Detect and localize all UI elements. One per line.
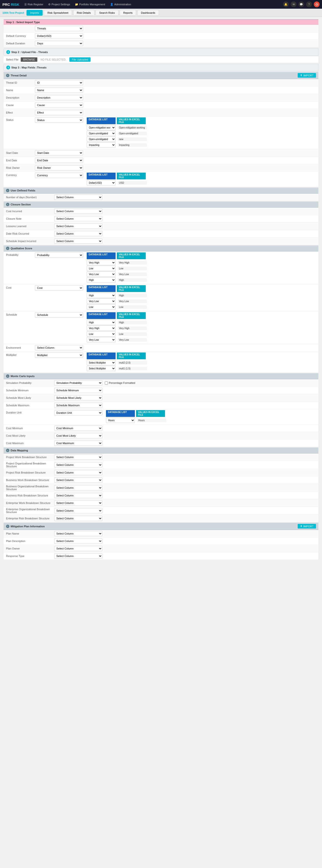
sched-db-select-1[interactable]: High: [87, 320, 116, 325]
sched-max-select[interactable]: Schedule Maximum: [54, 403, 102, 408]
ent-wbs-select[interactable]: Select Column: [54, 500, 102, 506]
end-date-select[interactable]: End Date: [35, 158, 83, 163]
biz-obs-select[interactable]: Select Column: [54, 485, 102, 490]
import-type-select[interactable]: Threats: [35, 26, 83, 31]
tab-risk-spreadsheet[interactable]: Risk Spreadsheet: [44, 10, 72, 16]
plan-owner-select[interactable]: Select Column: [54, 546, 102, 551]
duration-db-mapping: DATABASE LIST VALUES IN EXCEL FILE Hours…: [106, 410, 166, 424]
nav-risk-register[interactable]: ☰ Risk Register: [24, 3, 43, 6]
cost-db-select-3[interactable]: Low: [87, 304, 116, 310]
qualitative-circle: i: [6, 247, 9, 250]
currency-field-select[interactable]: Currency: [35, 173, 83, 178]
probability-db-mapping: DATABASE LIST VALUES IN EXCEL FILE Very …: [87, 252, 147, 283]
probability-select[interactable]: Probability: [35, 252, 83, 258]
sched-db-select-2[interactable]: Very High: [87, 326, 116, 331]
currency-select[interactable]: Dollar(USD): [35, 33, 83, 38]
biz-obs-label: Business Organizational Breakdown Struct…: [6, 485, 54, 491]
lessons-select[interactable]: Select Column: [54, 223, 102, 229]
biz-rbs-select[interactable]: Select Column: [54, 493, 102, 498]
mult-db-select-2[interactable]: Select Multiplier: [87, 366, 116, 371]
power-btn[interactable]: ⏻: [314, 1, 320, 7]
tab-dashboards[interactable]: Dashboards: [137, 10, 159, 16]
mail-btn[interactable]: ✉: [291, 1, 296, 7]
cost-db-select-2[interactable]: Very Low: [87, 299, 116, 304]
cost-max-select[interactable]: Cost Maximum: [54, 440, 102, 446]
description-label: Description: [6, 96, 35, 99]
nav-project-settings[interactable]: ⚙ Project Settings: [48, 3, 70, 6]
sched-max-label: Schedule Maximum: [6, 404, 54, 407]
mitigation-import-button[interactable]: ⬆ IMPORT: [298, 524, 316, 528]
browse-button[interactable]: BROWSE: [21, 57, 37, 62]
cost-min-select[interactable]: Cost Minimum: [54, 426, 102, 431]
biz-rbs-label: Business Risk Breakdown Structure: [6, 494, 54, 497]
file-uploaded-button[interactable]: File Uploaded: [69, 57, 91, 62]
tab-reports[interactable]: Reports: [120, 10, 136, 16]
ent-obs-select[interactable]: Select Column: [54, 508, 102, 513]
logo-risk: RISK: [11, 2, 20, 6]
proj-obs-select[interactable]: Select Column: [54, 462, 102, 467]
tab-search-risks[interactable]: Search Risks: [96, 10, 118, 16]
duration-select[interactable]: Days: [35, 41, 83, 46]
sched-db-select-3[interactable]: Low: [87, 331, 116, 337]
user-defined-circle: i: [6, 189, 9, 192]
description-select[interactable]: Description: [35, 95, 83, 100]
sched-min-select[interactable]: Schedule Minimum: [54, 388, 102, 393]
days-select[interactable]: Select Column: [54, 194, 102, 200]
prob-db-select-4[interactable]: High: [87, 277, 116, 283]
threat-id-select[interactable]: ID: [35, 80, 83, 85]
status-val-3: new: [118, 137, 147, 141]
prob-db-list-header: DATABASE LIST: [87, 252, 116, 259]
closure-note-select[interactable]: Select Column: [54, 216, 102, 221]
schedule-impact-select[interactable]: Select Column: [54, 239, 102, 244]
import-button[interactable]: ⬆ IMPORT: [298, 73, 316, 78]
cost-val-3: Low: [118, 305, 147, 309]
cost-likely-select[interactable]: Cost Most Likely: [54, 433, 102, 438]
status-select[interactable]: Status: [35, 117, 83, 123]
prob-db-select-2[interactable]: Low: [87, 266, 116, 271]
schedule-select[interactable]: Schedule: [35, 312, 83, 317]
multiplier-select[interactable]: Multiplier: [35, 352, 83, 358]
status-db-select-4[interactable]: Impacting: [87, 142, 116, 148]
start-date-select[interactable]: Start Date: [35, 150, 83, 156]
status-db-select-2[interactable]: Open-unmitigated: [87, 131, 116, 136]
cost-incurred-select[interactable]: Select Column: [54, 209, 102, 214]
status-db-select-1[interactable]: Open-mitigation worki...: [87, 125, 116, 130]
help-btn[interactable]: ?: [306, 1, 312, 7]
proj-rbs-select[interactable]: Select Column: [54, 470, 102, 475]
nav-portfolio-management[interactable]: 📁 Portfolio Management: [75, 3, 105, 6]
currency-db-select-1[interactable]: Dollar(USD): [87, 180, 116, 185]
proj-wbs-select[interactable]: Select Column: [54, 455, 102, 460]
tab-risk-details[interactable]: Risk Details: [73, 10, 95, 16]
name-select[interactable]: Name: [35, 88, 83, 93]
dur-db-select-1[interactable]: Hours: [106, 417, 135, 423]
prob-db-select-3[interactable]: Very Low: [87, 272, 116, 277]
percentage-checkbox[interactable]: [105, 381, 108, 384]
mult-db-select-1[interactable]: Select Multiplier: [87, 360, 116, 365]
response-type-select[interactable]: Select Column: [54, 553, 102, 559]
nav-administration[interactable]: 👤 Administration: [110, 3, 131, 6]
risk-owner-select[interactable]: Risk Owner: [35, 165, 83, 170]
sim-prob-select[interactable]: Simulation Probability: [54, 380, 102, 385]
sched-db-select-4[interactable]: Very Low: [87, 337, 116, 342]
cost-qual-select[interactable]: Cost: [35, 285, 83, 290]
tab-imports[interactable]: Imports: [27, 10, 43, 16]
biz-wbs-select[interactable]: Select Column: [54, 477, 102, 483]
plan-desc-select[interactable]: Select Column: [54, 538, 102, 544]
import-icon: ⬆: [300, 74, 302, 77]
mult-val-1: mult2 (2.0): [118, 361, 147, 365]
step1-section: Step 1 : Select Import Type Threats Defa…: [4, 19, 318, 47]
chat-btn[interactable]: 💬: [298, 1, 304, 7]
prob-db-select-1[interactable]: Very High: [87, 260, 116, 265]
environment-select[interactable]: Select Column: [35, 345, 83, 350]
date-occurred-select[interactable]: Select Column: [54, 231, 102, 236]
cost-db-select-1[interactable]: High: [87, 293, 116, 298]
sched-likely-select[interactable]: Schedule Most Likely: [54, 395, 102, 401]
plan-name-select[interactable]: Select Column: [54, 531, 102, 536]
status-db-select-3[interactable]: Open-unmitigated: [87, 136, 116, 142]
nav-left: PRC RISK ☰ Risk Register ⚙ Project Setti…: [2, 2, 131, 6]
duration-unit-select[interactable]: Duration Unit: [54, 410, 102, 415]
notification-btn[interactable]: 🔔: [283, 1, 289, 7]
effect-select[interactable]: Effect: [35, 110, 83, 115]
ent-rbs-select[interactable]: Select Column: [54, 516, 102, 521]
cause-select[interactable]: Cause: [35, 102, 83, 108]
